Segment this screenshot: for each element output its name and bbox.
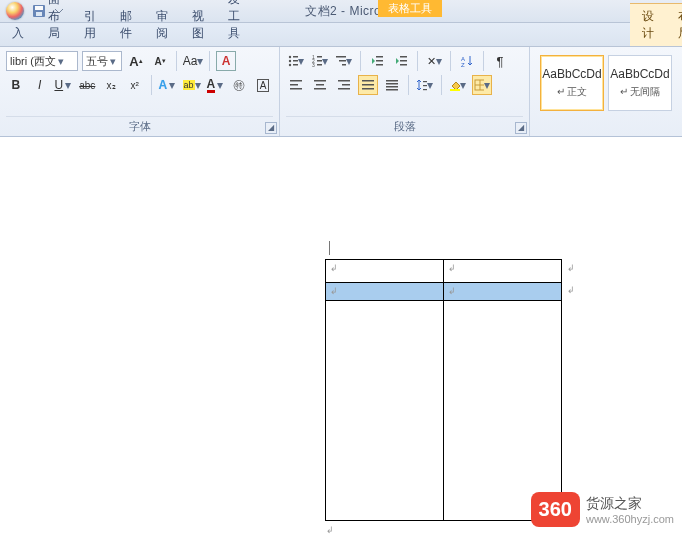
numbering-button[interactable]: 123▾ (310, 51, 330, 71)
svg-text:Z: Z (461, 62, 465, 68)
table-cell[interactable] (326, 301, 444, 521)
svg-rect-41 (386, 86, 398, 88)
svg-point-3 (289, 56, 291, 58)
tab-table-layout[interactable]: 布局 (666, 3, 682, 46)
align-left-button[interactable] (286, 75, 306, 95)
watermark-url: www.360hyzj.com (586, 513, 674, 525)
table-cell[interactable]: ↲ (326, 260, 444, 283)
tab-table-design[interactable]: 设计 (630, 3, 666, 46)
tab-insert[interactable]: 入 (0, 21, 36, 46)
paragraph-mark-icon: ↲ (444, 284, 460, 298)
font-size-combo[interactable]: 五号▾ (82, 51, 122, 71)
italic-button[interactable]: I (30, 75, 50, 95)
grow-font-button[interactable]: A▴ (126, 51, 146, 71)
paragraph-mark-icon: ↲ (444, 261, 460, 275)
style-no-spacing[interactable]: AaBbCcDd ↵ 无间隔 (608, 55, 672, 111)
shrink-font-button[interactable]: A▾ (150, 51, 170, 71)
svg-rect-46 (450, 89, 460, 91)
group-font: libri (西文▾ 五号▾ A▴ A▾ Aa▾ A B I U▾ abc x₂… (0, 47, 280, 136)
svg-rect-39 (386, 80, 398, 82)
ribbon-tabs: 入 页面布局 引用 邮件 审阅 视图 开发工具 设计 布局 (0, 23, 682, 47)
line-spacing-button[interactable]: ▾ (415, 75, 435, 95)
svg-rect-27 (290, 80, 302, 82)
table-cell-selected[interactable]: ↲ (444, 283, 562, 301)
table-cell[interactable]: ↲ (444, 260, 562, 283)
borders-button[interactable]: ▾ (472, 75, 492, 95)
strikethrough-button[interactable]: abc (77, 75, 97, 95)
increase-indent-button[interactable] (391, 51, 411, 71)
sort-button[interactable]: AZ (457, 51, 477, 71)
svg-rect-35 (338, 88, 350, 90)
table-cell[interactable] (444, 301, 562, 521)
contextual-tab-header: 表格工具 (378, 0, 442, 17)
svg-rect-30 (314, 80, 326, 82)
watermark-badge: 360 (531, 492, 580, 527)
svg-rect-37 (362, 84, 374, 86)
circled-char-button[interactable]: ㊕ (230, 75, 250, 95)
svg-rect-29 (290, 88, 302, 90)
font-name-combo[interactable]: libri (西文▾ (6, 51, 78, 71)
paragraph-dialog-launcher[interactable]: ◢ (515, 122, 527, 134)
svg-rect-32 (314, 88, 326, 90)
show-marks-button[interactable]: ¶ (490, 51, 510, 71)
underline-button[interactable]: U▾ (53, 75, 73, 95)
svg-rect-48 (475, 85, 484, 86)
paragraph-group-label: 段落 (286, 116, 523, 134)
page: ↲ ↲ ↲ ↲ ↲ ↲ ↲ (104, 157, 682, 535)
qat-dropdown-icon[interactable] (52, 4, 66, 18)
svg-rect-31 (316, 84, 324, 86)
svg-rect-15 (336, 56, 346, 58)
svg-rect-1 (35, 6, 43, 10)
paragraph-mark-icon: ↲ (326, 284, 342, 298)
style-normal[interactable]: AaBbCcDd ↵ 正文 (540, 55, 604, 111)
font-color-button[interactable]: A▾ (206, 75, 226, 95)
ribbon: libri (西文▾ 五号▾ A▴ A▾ Aa▾ A B I U▾ abc x₂… (0, 47, 682, 137)
tab-mail[interactable]: 邮件 (108, 4, 144, 46)
row-end-mark-icon: ↲ (567, 285, 575, 295)
svg-rect-36 (362, 80, 374, 82)
style-preview: AaBbCcDd (610, 67, 669, 81)
text-effects-button[interactable]: A▾ (158, 75, 178, 95)
watermark: 360 货源之家 www.360hyzj.com (531, 492, 674, 527)
svg-rect-33 (338, 80, 350, 82)
subscript-button[interactable]: x₂ (101, 75, 121, 95)
svg-rect-22 (400, 60, 407, 62)
style-name-label: ↵ 无间隔 (620, 85, 661, 99)
group-paragraph: ▾ 123▾ ▾ ✕▾ AZ ¶ ▾ (280, 47, 530, 136)
distributed-button[interactable] (382, 75, 402, 95)
clear-formatting-button[interactable]: A (216, 51, 236, 71)
save-icon[interactable] (32, 4, 46, 18)
tab-references[interactable]: 引用 (72, 4, 108, 46)
table-row[interactable]: ↲ ↲ (326, 260, 562, 283)
table-row-selected[interactable]: ↲ ↲ (326, 283, 562, 301)
document-table[interactable]: ↲ ↲ ↲ ↲ (325, 259, 562, 521)
tab-developer[interactable]: 开发工具 (216, 0, 252, 46)
change-case-button[interactable]: Aa▾ (183, 51, 203, 71)
align-center-button[interactable] (310, 75, 330, 95)
svg-rect-2 (36, 12, 42, 16)
paragraph-mark-icon: ↲ (326, 261, 342, 275)
svg-rect-20 (376, 64, 383, 66)
bullets-button[interactable]: ▾ (286, 51, 306, 71)
superscript-button[interactable]: x² (125, 75, 145, 95)
bold-button[interactable]: B (6, 75, 26, 95)
text-cursor (329, 241, 330, 255)
office-orb-icon[interactable] (6, 2, 24, 20)
table-cell-selected[interactable]: ↲ (326, 283, 444, 301)
tab-view[interactable]: 视图 (180, 4, 216, 46)
shading-button[interactable]: ▾ (448, 75, 468, 95)
asian-layout-button[interactable]: ✕▾ (424, 51, 444, 71)
table-row[interactable] (326, 301, 562, 521)
highlight-button[interactable]: ab▾ (182, 75, 202, 95)
align-right-button[interactable] (334, 75, 354, 95)
justify-button[interactable] (358, 75, 378, 95)
decrease-indent-button[interactable] (367, 51, 387, 71)
multilevel-list-button[interactable]: ▾ (334, 51, 354, 71)
svg-rect-40 (386, 83, 398, 85)
char-border-button[interactable]: A (253, 75, 273, 95)
tab-review[interactable]: 审阅 (144, 4, 180, 46)
style-preview: AaBbCcDd (542, 67, 601, 81)
dropdown-icon: ▾ (108, 55, 118, 68)
document-area[interactable]: ↲ ↲ ↲ ↲ ↲ ↲ ↲ (0, 137, 682, 535)
font-dialog-launcher[interactable]: ◢ (265, 122, 277, 134)
